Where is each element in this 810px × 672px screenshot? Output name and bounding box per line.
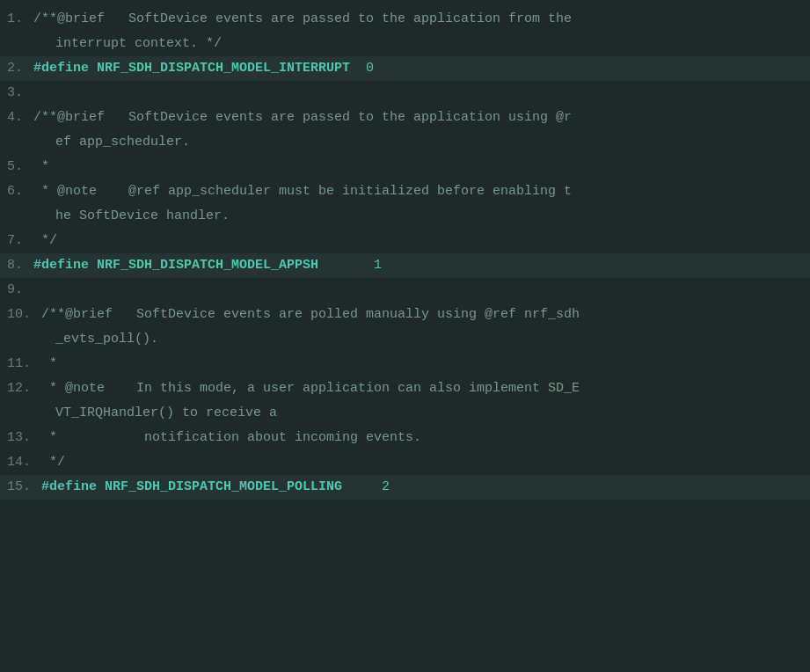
comment-text: * @note @ref app_scheduler must be initi… xyxy=(33,184,572,199)
code-line: 5. * xyxy=(0,155,810,179)
line-number: 15. xyxy=(0,477,41,498)
line-number: 5. xyxy=(0,157,33,178)
code-line: 15.#define NRF_SDH_DISPATCH_MODEL_POLLIN… xyxy=(0,475,810,500)
comment-text: /**@brief SoftDevice events are passed t… xyxy=(33,110,572,125)
comment-text: he SoftDevice handler. xyxy=(32,208,230,223)
line-number: 14. xyxy=(0,452,41,473)
line-content: * xyxy=(33,157,810,178)
macro-name: NRF_SDH_DISPATCH_MODEL_APPSH xyxy=(97,258,318,273)
code-line: ef app_scheduler. xyxy=(0,130,810,155)
keyword: #define xyxy=(33,61,97,76)
line-number: 4. xyxy=(0,107,33,128)
line-number: 12. xyxy=(0,378,41,399)
line-number: 6. xyxy=(0,181,33,202)
comment-text: interrupt context. */ xyxy=(32,36,222,51)
code-line: 1./**@brief SoftDevice events are passed… xyxy=(0,7,810,32)
code-line: 6. * @note @ref app_scheduler must be in… xyxy=(0,179,810,204)
comment-text: VT_IRQHandler() to receive a xyxy=(32,405,277,420)
code-line: 2.#define NRF_SDH_DISPATCH_MODEL_INTERRU… xyxy=(0,56,810,81)
code-line: he SoftDevice handler. xyxy=(0,204,810,229)
line-number: 1. xyxy=(0,9,33,30)
code-line: _evts_poll(). xyxy=(0,327,810,352)
macro-name: NRF_SDH_DISPATCH_MODEL_INTERRUPT xyxy=(97,61,350,76)
line-number: 7. xyxy=(0,230,33,252)
comment-text: * notification about incoming events. xyxy=(41,430,421,445)
number-value: 2 xyxy=(382,479,390,494)
plain-text xyxy=(318,258,374,273)
line-content: _evts_poll(). xyxy=(32,329,810,350)
line-content: * notification about incoming events. xyxy=(41,427,810,449)
number-value: 0 xyxy=(366,61,374,76)
line-number: 11. xyxy=(0,354,41,375)
comment-text: */ xyxy=(41,455,65,470)
comment-text: */ xyxy=(33,233,57,248)
plain-text xyxy=(350,61,366,76)
code-line: VT_IRQHandler() to receive a xyxy=(0,401,810,426)
comment-text: /**@brief SoftDevice events are polled m… xyxy=(41,307,580,322)
code-line: 8.#define NRF_SDH_DISPATCH_MODEL_APPSH 1 xyxy=(0,253,810,278)
code-line: 11. * xyxy=(0,352,810,376)
line-content: */ xyxy=(41,452,810,473)
line-content: * @note @ref app_scheduler must be initi… xyxy=(33,181,810,202)
code-line: 14. */ xyxy=(0,450,810,475)
line-number: 13. xyxy=(0,427,41,449)
code-line: 7. */ xyxy=(0,229,810,253)
code-line: 4./**@brief SoftDevice events are passed… xyxy=(0,106,810,130)
code-line: 10./**@brief SoftDevice events are polle… xyxy=(0,303,810,327)
line-content: #define NRF_SDH_DISPATCH_MODEL_POLLING 2 xyxy=(41,477,810,498)
keyword: #define xyxy=(41,479,105,494)
line-content: he SoftDevice handler. xyxy=(32,206,810,227)
line-number: 10. xyxy=(0,304,41,325)
comment-text: * xyxy=(41,356,57,371)
code-editor: 1./**@brief SoftDevice events are passed… xyxy=(0,0,810,672)
line-content: /**@brief SoftDevice events are polled m… xyxy=(41,304,810,325)
line-number: 8. xyxy=(0,255,33,276)
comment-text: * xyxy=(33,159,49,174)
macro-name: NRF_SDH_DISPATCH_MODEL_POLLING xyxy=(105,479,342,494)
comment-text: * @note In this mode, a user application… xyxy=(41,381,580,396)
line-content: * xyxy=(41,354,810,375)
code-line: 13. * notification about incoming events… xyxy=(0,426,810,450)
comment-text: _evts_poll(). xyxy=(32,332,158,347)
code-line: 3. xyxy=(0,81,810,106)
line-number: 3. xyxy=(0,83,33,104)
line-content: VT_IRQHandler() to receive a xyxy=(32,403,810,424)
line-content: /**@brief SoftDevice events are passed t… xyxy=(33,9,810,30)
code-line: 12. * @note In this mode, a user applica… xyxy=(0,376,810,401)
code-line: 9. xyxy=(0,278,810,303)
line-content: * @note In this mode, a user application… xyxy=(41,378,810,399)
comment-text: ef app_scheduler. xyxy=(32,135,190,150)
comment-text: /**@brief SoftDevice events are passed t… xyxy=(33,11,572,26)
line-content: #define NRF_SDH_DISPATCH_MODEL_INTERRUPT… xyxy=(33,58,810,79)
code-line: interrupt context. */ xyxy=(0,32,810,56)
keyword: #define xyxy=(33,258,97,273)
line-content: ef app_scheduler. xyxy=(32,132,810,153)
line-number: 9. xyxy=(0,280,33,301)
plain-text xyxy=(342,479,382,494)
line-number: 2. xyxy=(0,58,33,79)
line-content: interrupt context. */ xyxy=(32,33,810,55)
line-content: /**@brief SoftDevice events are passed t… xyxy=(33,107,810,128)
line-content: */ xyxy=(33,230,810,252)
line-content: #define NRF_SDH_DISPATCH_MODEL_APPSH 1 xyxy=(33,255,810,276)
number-value: 1 xyxy=(374,258,382,273)
